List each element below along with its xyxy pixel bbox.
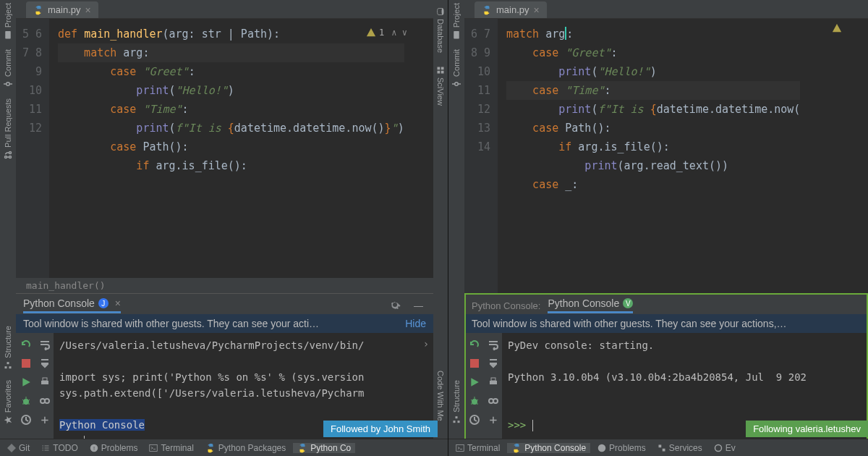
left-sidebar: Project Commit Pull Requests Structure F… — [0, 0, 16, 456]
inspection-widget[interactable] — [832, 23, 842, 33]
bb-pyconsole[interactable]: Python Co — [293, 443, 355, 453]
sidebar-structure[interactable]: Structure — [4, 326, 12, 370]
share-banner: Tool window is shared with other guests.… — [464, 314, 868, 333]
bb-problems[interactable]: Problems — [593, 443, 650, 453]
svg-point-37 — [493, 399, 498, 403]
close-icon[interactable]: × — [534, 7, 540, 14]
file-tab-main[interactable]: main.py × — [26, 1, 98, 18]
bb-terminal[interactable]: Terminal — [451, 443, 504, 453]
editor-tabbar: main.py × — [464, 0, 868, 19]
svg-rect-29 — [454, 421, 456, 423]
history-icon[interactable] — [467, 413, 482, 427]
svg-rect-32 — [470, 359, 479, 368]
svg-rect-10 — [22, 359, 30, 368]
bb-pypackages[interactable]: Python Packages — [201, 443, 290, 453]
variables-icon[interactable] — [486, 394, 501, 408]
console-output[interactable]: /Users/valeria.letusheva/PycharmProjects… — [54, 333, 419, 456]
add-icon[interactable]: + — [38, 413, 52, 427]
bb-services[interactable]: Services — [653, 443, 707, 453]
sidebar-commit[interactable]: Commit — [452, 49, 461, 88]
sidebar-structure[interactable]: Structure — [452, 380, 461, 424]
bb-todo[interactable]: TODO — [37, 443, 82, 453]
bottom-toolbar: Git TODO !Problems Terminal Python Packa… — [0, 439, 448, 456]
svg-rect-19 — [441, 71, 444, 74]
svg-point-15 — [45, 399, 49, 403]
softwrap-icon[interactable] — [38, 337, 52, 352]
console-toolbar: + — [464, 333, 502, 456]
svg-rect-21 — [438, 71, 441, 74]
bb-events[interactable]: Ev — [710, 443, 740, 453]
scroll-icon[interactable] — [486, 356, 501, 371]
bb-problems[interactable]: !Problems — [85, 443, 142, 453]
svg-rect-7 — [5, 366, 7, 368]
run-icon[interactable] — [19, 375, 33, 389]
sidebar-favorites[interactable]: Favorites — [4, 380, 12, 424]
softwrap-icon[interactable] — [486, 337, 501, 352]
stop-icon[interactable] — [467, 356, 482, 371]
console-tab[interactable]: Python ConsoleJ × — [23, 297, 121, 313]
bb-git[interactable]: Git — [3, 443, 34, 453]
svg-rect-8 — [9, 366, 12, 368]
minimize-icon[interactable]: — — [411, 300, 426, 311]
line-gutter: 6 7 8 9 10 11 12 13 14 — [464, 19, 498, 293]
bottom-toolbar: Terminal Python Console Problems Service… — [448, 439, 868, 456]
svg-point-40 — [598, 444, 606, 452]
scroll-icon[interactable] — [38, 356, 52, 371]
svg-rect-11 — [41, 381, 48, 384]
debug-icon[interactable] — [467, 394, 482, 408]
file-tab-label: main.py — [48, 4, 81, 15]
debug-icon[interactable] — [19, 394, 33, 408]
line-gutter: 5 6 7 8 9 10 11 12 — [16, 19, 49, 278]
svg-point-13 — [23, 399, 29, 405]
svg-rect-24 — [150, 444, 158, 451]
gear-icon[interactable] — [386, 299, 404, 313]
svg-rect-33 — [490, 381, 497, 384]
add-icon[interactable]: + — [486, 413, 501, 427]
sidebar-database[interactable]: Database — [436, 7, 445, 53]
variables-icon[interactable] — [38, 394, 52, 408]
stop-icon[interactable] — [19, 356, 33, 371]
svg-text:!: ! — [93, 445, 95, 452]
bb-pyconsole[interactable]: Python Console — [507, 443, 590, 453]
close-icon[interactable]: × — [85, 7, 91, 14]
console-output[interactable]: PyDev console: starting. Python 3.10.0b4… — [502, 333, 868, 456]
follow-badge[interactable]: Followed by John Smith — [323, 421, 438, 437]
right-sidebar: Database SciView Code With Me — [433, 0, 448, 456]
close-icon[interactable]: × — [115, 300, 121, 307]
sidebar-project[interactable]: Project — [452, 3, 461, 39]
file-tab-main[interactable]: main.py × — [475, 1, 547, 18]
code-editor[interactable]: 6 7 8 9 10 11 12 13 14 match arg: case "… — [464, 19, 868, 293]
sidebar-commit[interactable]: Commit — [4, 49, 12, 88]
svg-point-26 — [455, 83, 459, 86]
inspection-widget[interactable]: 1 ∧ ∨ — [366, 23, 407, 42]
hide-link[interactable]: Hide — [405, 318, 426, 329]
history-icon[interactable] — [19, 413, 33, 427]
sidebar-codewithme[interactable]: Code With Me — [436, 371, 445, 421]
sidebar-project[interactable]: Project — [4, 3, 12, 39]
share-banner: Tool window is shared with other guests.… — [16, 314, 433, 333]
expand-icon[interactable]: › — [419, 333, 433, 456]
svg-point-4 — [5, 156, 7, 159]
code-editor[interactable]: 1 ∧ ∨ 5 6 7 8 9 10 11 12 def main_handle… — [16, 19, 433, 278]
print-icon[interactable] — [38, 375, 52, 389]
follow-badge[interactable]: Following valeria.letushev — [746, 421, 868, 437]
console-tab[interactable]: Python ConsoleV — [548, 297, 633, 313]
print-icon[interactable] — [486, 375, 501, 389]
svg-point-6 — [9, 152, 12, 154]
svg-rect-12 — [43, 378, 47, 381]
rerun-icon[interactable] — [467, 337, 482, 352]
svg-point-35 — [472, 399, 477, 405]
bb-terminal[interactable]: Terminal — [145, 443, 197, 453]
svg-point-17 — [442, 9, 444, 15]
sidebar-sciview[interactable]: SciView — [436, 66, 445, 106]
sidebar-pullrequests[interactable]: Pull Requests — [4, 98, 12, 159]
console-label: Python Console: — [472, 300, 540, 311]
svg-rect-0 — [5, 31, 11, 39]
rerun-icon[interactable] — [19, 337, 33, 352]
run-icon[interactable] — [467, 375, 482, 389]
svg-point-43 — [715, 444, 721, 451]
breadcrumb[interactable]: main_handler() — [16, 278, 433, 293]
svg-rect-39 — [456, 444, 464, 451]
python-icon — [482, 5, 492, 15]
svg-rect-20 — [438, 67, 441, 70]
